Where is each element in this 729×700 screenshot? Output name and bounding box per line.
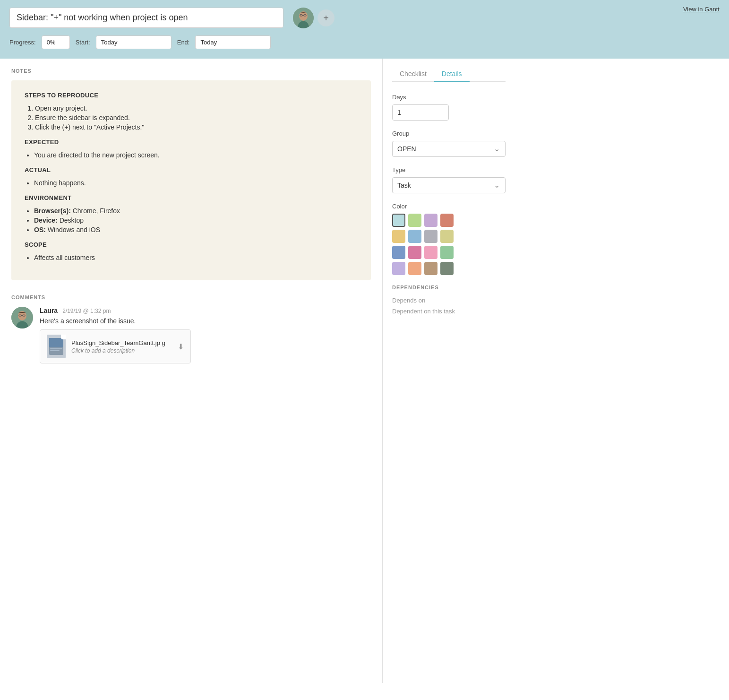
comment-date: 2/19/19 @ 1:32 pm — [62, 308, 111, 314]
actual-list: Nothing happens. — [25, 179, 358, 187]
actual-heading: ACTUAL — [25, 166, 358, 173]
end-date-input[interactable] — [195, 35, 271, 49]
comment-author: Laura — [40, 307, 58, 314]
right-panel: Checklist Details Days Group OPEN Type T… — [383, 59, 515, 683]
group-label: Group — [392, 130, 506, 137]
notes-box: STEPS TO REPRODUCE Open any project. Ens… — [11, 80, 371, 280]
device-value: Desktop — [60, 216, 84, 224]
expected-heading: EXPECTED — [25, 138, 358, 146]
dependencies-label: DEPENDENCIES — [392, 285, 506, 290]
environment-heading: ENVIRONMENT — [25, 194, 358, 201]
steps-list: Open any project. Ensure the sidebar is … — [25, 104, 358, 131]
color-swatch[interactable] — [440, 230, 454, 243]
os-value: Windows and iOS — [48, 226, 100, 233]
dependencies-section: DEPENDENCIES Depends on Dependent on thi… — [392, 285, 506, 315]
color-swatch[interactable] — [408, 230, 421, 243]
days-input[interactable] — [392, 104, 449, 121]
depends-on: Depends on — [392, 297, 506, 304]
attachment-thumbnail — [47, 335, 66, 358]
browser-label: Browser(s): — [34, 207, 71, 215]
os-label: OS: — [34, 226, 46, 233]
svg-rect-13 — [50, 348, 62, 349]
color-swatch[interactable] — [424, 230, 437, 243]
color-swatch[interactable] — [392, 214, 405, 227]
tab-details[interactable]: Details — [434, 66, 470, 82]
comment-text: Here's a screenshot of the issue. — [40, 317, 371, 325]
comment-body: Laura 2/19/19 @ 1:32 pm Here's a screens… — [40, 307, 371, 363]
group-select-wrapper: OPEN — [392, 141, 506, 157]
main-content: NOTES STEPS TO REPRODUCE Open any projec… — [0, 59, 729, 683]
environment-list: Browser(s): Chrome, Firefox Device: Desk… — [25, 207, 358, 233]
list-item: You are directed to the new project scre… — [34, 151, 358, 159]
color-swatch[interactable] — [392, 230, 405, 243]
browser-value: Chrome, Firefox — [73, 207, 120, 215]
list-item: Ensure the sidebar is expanded. — [35, 114, 358, 121]
tab-checklist[interactable]: Checklist — [392, 66, 434, 82]
type-field: Type Task — [392, 166, 506, 193]
steps-heading: STEPS TO REPRODUCE — [25, 92, 358, 99]
attachment-box[interactable]: PlusSign_Sidebar_TeamGantt.jp g Click to… — [40, 329, 191, 363]
download-icon[interactable]: ⬇ — [178, 342, 184, 351]
days-field: Days — [392, 94, 506, 121]
comment-item: Laura 2/19/19 @ 1:32 pm Here's a screens… — [11, 307, 371, 363]
list-item: Device: Desktop — [34, 216, 358, 224]
left-panel: NOTES STEPS TO REPRODUCE Open any projec… — [0, 59, 383, 683]
type-select-wrapper: Task — [392, 177, 506, 193]
type-select[interactable]: Task — [392, 177, 506, 193]
start-date-input[interactable] — [96, 35, 172, 49]
attachment-info: PlusSign_Sidebar_TeamGantt.jp g Click to… — [71, 339, 172, 354]
expected-list: You are directed to the new project scre… — [25, 151, 358, 159]
scope-list: Affects all customers — [25, 254, 358, 261]
color-swatch[interactable] — [408, 214, 421, 227]
progress-label: Progress: — [9, 39, 36, 46]
list-item: Click the (+) next to "Active Projects." — [35, 123, 358, 131]
notes-section-label: NOTES — [11, 68, 371, 74]
color-swatch[interactable] — [424, 262, 437, 275]
progress-bar: Progress: Start: End: — [9, 35, 720, 49]
svg-rect-12 — [49, 338, 63, 347]
color-swatch[interactable] — [424, 246, 437, 259]
days-label: Days — [392, 94, 506, 101]
comments-section: COMMENTS Laura 2/ — [11, 294, 371, 363]
color-label: Color — [392, 203, 506, 210]
start-label: Start: — [76, 39, 90, 46]
end-label: End: — [177, 39, 190, 46]
group-select[interactable]: OPEN — [392, 141, 506, 157]
group-field: Group OPEN — [392, 130, 506, 157]
color-swatch[interactable] — [424, 214, 437, 227]
progress-input[interactable] — [42, 35, 70, 49]
list-item: Nothing happens. — [34, 179, 358, 187]
list-item: Browser(s): Chrome, Firefox — [34, 207, 358, 215]
color-swatch[interactable] — [440, 214, 454, 227]
color-swatch[interactable] — [440, 262, 454, 275]
color-grid — [392, 214, 506, 275]
add-assignee-button[interactable]: + — [317, 9, 334, 26]
color-swatch[interactable] — [392, 262, 405, 275]
dependent-on-task: Dependent on this task — [392, 308, 506, 315]
comments-section-label: COMMENTS — [11, 294, 371, 300]
color-swatch[interactable] — [392, 246, 405, 259]
avatar-area: + — [293, 8, 334, 28]
header-bar: View in Gantt + Progress: Start: End: — [0, 0, 729, 59]
avatar — [293, 8, 314, 28]
color-swatch[interactable] — [408, 262, 421, 275]
type-label: Type — [392, 166, 506, 173]
tab-bar: Checklist Details — [392, 66, 506, 82]
comment-avatar — [11, 307, 33, 328]
list-item: Open any project. — [35, 104, 358, 112]
color-swatch[interactable] — [440, 246, 454, 259]
color-swatch[interactable] — [408, 246, 421, 259]
attachment-name: PlusSign_Sidebar_TeamGantt.jp g — [71, 339, 172, 347]
comment-header: Laura 2/19/19 @ 1:32 pm — [40, 307, 371, 314]
device-label: Device: — [34, 216, 58, 224]
list-item: Affects all customers — [34, 254, 358, 261]
scope-heading: SCOPE — [25, 241, 358, 248]
task-title-input[interactable] — [9, 8, 283, 28]
list-item: OS: Windows and iOS — [34, 226, 358, 233]
svg-rect-14 — [50, 350, 60, 351]
view-in-gantt-link[interactable]: View in Gantt — [683, 6, 720, 13]
color-field: Color — [392, 203, 506, 275]
attachment-description[interactable]: Click to add a description — [71, 347, 172, 354]
